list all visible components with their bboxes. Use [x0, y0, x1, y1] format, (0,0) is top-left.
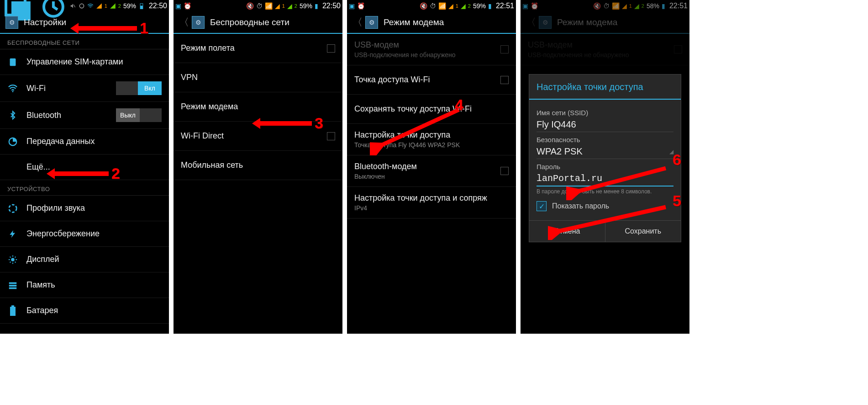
mobile-network-row[interactable]: Мобильная сеть — [174, 151, 342, 180]
mobile-label: Мобильная сеть — [181, 160, 335, 170]
mute-icon: 🔇 — [246, 2, 254, 10]
svg-line-16 — [10, 256, 11, 257]
battery-percent: 59% — [300, 2, 312, 10]
bt-tether-row[interactable]: Bluetooth-модем Выключен — [347, 155, 516, 187]
bluetooth-row[interactable]: Bluetooth Выкл — [0, 102, 169, 129]
wifi-row[interactable]: Wi-Fi Вкл — [0, 75, 169, 102]
clock-icon — [79, 3, 85, 9]
audio-icon — [7, 203, 18, 213]
alarm-icon: ⏰ — [184, 2, 191, 10]
back-icon[interactable]: 〈 — [179, 16, 189, 29]
svg-point-8 — [12, 91, 14, 92]
svg-line-18 — [10, 261, 11, 262]
svg-rect-21 — [9, 285, 17, 287]
battery-percent: 59% — [123, 2, 136, 10]
clock-icon: ⏱ — [430, 2, 436, 10]
wifi-hotspot-row[interactable]: Точка доступа Wi-Fi — [347, 65, 516, 95]
status-bar: 1 2 59% 22:50 — [0, 0, 169, 12]
tethering-label: Режим модема — [181, 102, 335, 112]
keep-hotspot-row[interactable]: Сохранять точку доступа Wi-Fi — [347, 95, 516, 124]
wifi-icon: 📶 — [438, 2, 446, 10]
hotspot-checkbox[interactable] — [500, 76, 509, 84]
show-password-row[interactable]: ✓ Показать пароль — [537, 201, 673, 211]
usb-sublabel: USB-подключения не обнаружено — [354, 51, 492, 59]
pairing-sublabel: IPv4 — [354, 204, 509, 212]
signal-1-icon: ◢ — [275, 2, 280, 10]
clock-time: 22:50 — [322, 2, 341, 10]
power-saving-row[interactable]: Энергосбережение — [0, 221, 169, 247]
config-sublabel: Точка доступа Fly IQ446 WPA2 PSK — [354, 141, 509, 149]
status-bar: ▣ ⏰ 🔇 ⏱ 📶 ◢1 ◢2 59% ▮ 22:51 — [347, 0, 516, 12]
memory-label: Память — [26, 280, 162, 290]
display-label: Дисплей — [26, 255, 162, 264]
title-bar[interactable]: 〈 ⚙ Режим модема — [347, 12, 516, 34]
bluetooth-label: Bluetooth — [26, 111, 108, 120]
wifi-direct-label: Wi-Fi Direct — [181, 131, 319, 141]
svg-rect-22 — [9, 287, 17, 289]
wifi-row-icon — [7, 83, 18, 93]
svg-rect-20 — [9, 282, 17, 284]
page-title: Настройки — [24, 17, 66, 27]
screen-1-settings: 1 2 59% 22:50 ⚙ Настройки БЕСПРОВОДНЫЕ С… — [0, 0, 169, 334]
data-label: Передача данных — [26, 137, 162, 146]
show-password-checkbox[interactable]: ✓ — [537, 201, 547, 211]
svg-rect-23 — [10, 307, 16, 316]
dialog-title: Настройка точки доступа — [529, 75, 681, 100]
battery-percent: 59% — [473, 2, 486, 10]
vpn-row[interactable]: VPN — [174, 63, 342, 92]
bt-tether-sublabel: Выключен — [354, 173, 492, 180]
dropdown-icon: ◢ — [669, 149, 673, 155]
svg-line-3 — [74, 5, 75, 7]
ssid-input[interactable]: Fly IQ446 — [537, 117, 673, 132]
wifi-toggle[interactable]: Вкл — [116, 81, 162, 95]
save-button[interactable]: Сохранить — [605, 221, 681, 242]
data-icon — [7, 137, 18, 147]
clock-time: 22:50 — [149, 2, 167, 10]
hotspot-config-row[interactable]: Настройка точки доступа Точка доступа Fl… — [347, 124, 516, 155]
display-row[interactable]: Дисплей — [0, 247, 169, 272]
back-icon[interactable]: 〈 — [352, 16, 363, 29]
status-bar: ▣ ⏰ 🔇 ⏱ 📶 ◢1 ◢2 59% ▮ 22:50 — [174, 0, 342, 12]
screen-4-dialog: ▣ ⏰ 🔇 ⏱ 📶 ◢1 ◢2 58% ▮ 22:51 〈 ⚙ Режим мо… — [521, 0, 689, 334]
password-hint: В пароле должно быть не менее 8 символов… — [537, 188, 673, 195]
pairing-config-row[interactable]: Настройка точки доступа и сопряж IPv4 — [347, 187, 516, 218]
title-bar: ⚙ Настройки — [0, 12, 169, 34]
more-row[interactable]: Ещё... — [0, 155, 169, 180]
data-usage-row[interactable]: Передача данных — [0, 129, 169, 155]
section-device: УСТРОЙСТВО — [0, 180, 169, 196]
airplane-mode-row[interactable]: Режим полета — [174, 34, 342, 63]
signal-2-icon: ◢ — [461, 2, 466, 10]
cancel-button[interactable]: Отмена — [529, 221, 605, 242]
wifi-icon — [87, 3, 94, 9]
tethering-row[interactable]: Режим модема — [174, 92, 342, 122]
bluetooth-row-icon — [7, 110, 18, 120]
bt-tether-checkbox[interactable] — [500, 167, 509, 175]
audio-profiles-row[interactable]: Профили звука — [0, 196, 169, 221]
wifi-direct-row[interactable]: Wi-Fi Direct — [174, 122, 342, 151]
battery-icon: ▮ — [488, 2, 492, 10]
battery-row[interactable]: Батарея — [0, 298, 169, 324]
svg-point-10 — [9, 204, 17, 212]
svg-rect-24 — [11, 305, 14, 307]
section-wireless: БЕСПРОВОДНЫЕ СЕТИ — [0, 34, 169, 49]
security-select[interactable]: WPA2 PSK ◢ — [537, 144, 673, 159]
pairing-label: Настройка точки доступа и сопряж — [354, 193, 509, 203]
hotspot-config-dialog: Настройка точки доступа Имя сети (SSID) … — [529, 74, 681, 242]
svg-rect-7 — [10, 58, 16, 66]
svg-point-11 — [11, 258, 14, 261]
sim-label: Управление SIM-картами — [26, 57, 162, 67]
ssid-label: Имя сети (SSID) — [537, 109, 673, 117]
wifi-direct-checkbox[interactable] — [327, 132, 335, 140]
config-label: Настройка точки доступа — [354, 130, 509, 140]
bluetooth-toggle[interactable]: Выкл — [116, 108, 162, 122]
svg-line-17 — [15, 261, 16, 262]
sim-management-row[interactable]: Управление SIM-картами — [0, 49, 169, 75]
battery-label: Батарея — [26, 306, 162, 315]
password-input[interactable]: lanPortal.ru — [537, 171, 673, 187]
power-label: Энергосбережение — [26, 229, 162, 239]
memory-row[interactable]: Память — [0, 272, 169, 298]
airplane-checkbox[interactable] — [327, 44, 335, 53]
hotspot-label: Точка доступа Wi-Fi — [354, 75, 492, 85]
title-bar[interactable]: 〈 ⚙ Беспроводные сети — [174, 12, 342, 34]
clock-icon: ⏱ — [256, 2, 263, 10]
